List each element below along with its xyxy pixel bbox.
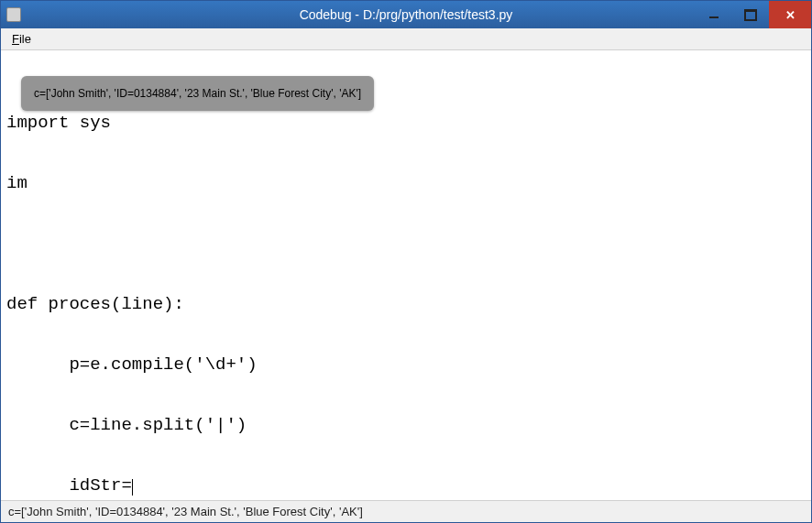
app-icon: [6, 7, 21, 22]
text-cursor: [132, 479, 133, 496]
close-button[interactable]: [769, 1, 811, 28]
code-line: im: [6, 173, 806, 193]
titlebar[interactable]: Codebug - D:/prg/python/test/test3.py: [1, 1, 811, 28]
window-controls: [696, 1, 811, 28]
titlebar-left: [1, 7, 21, 22]
minimize-button[interactable]: [696, 1, 732, 28]
statusbar: c=['John Smith', 'ID=0134884', '23 Main …: [1, 500, 811, 522]
code-line: c=line.split('|'): [6, 415, 806, 435]
hover-tooltip: c=['John Smith', 'ID=0134884', '23 Main …: [21, 76, 374, 111]
code-line: idStr=: [6, 475, 806, 496]
maximize-button[interactable]: [732, 1, 769, 28]
window-title: Codebug - D:/prg/python/test/test3.py: [1, 7, 811, 22]
menubar: File: [1, 28, 811, 50]
menu-file[interactable]: File: [6, 30, 37, 48]
code-line: def proces(line):: [6, 294, 806, 314]
code-line: [6, 234, 806, 254]
code-editor[interactable]: c=['John Smith', 'ID=0134884', '23 Main …: [1, 50, 811, 500]
code-line: import sys: [6, 113, 806, 133]
status-text: c=['John Smith', 'ID=0134884', '23 Main …: [8, 505, 363, 518]
app-window: Codebug - D:/prg/python/test/test3.py Fi…: [0, 0, 812, 523]
code-line: p=e.compile('\d+'): [6, 354, 806, 375]
